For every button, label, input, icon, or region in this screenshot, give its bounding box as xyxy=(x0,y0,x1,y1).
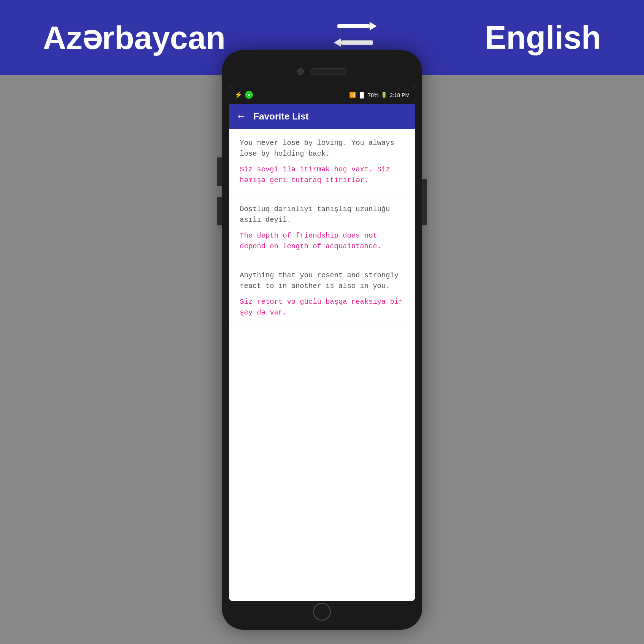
list-item[interactable]: Dostluq dərinliyi tanışlıq uzunluğu asıl… xyxy=(229,195,415,261)
svg-rect-2 xyxy=(341,40,373,45)
language-right[interactable]: English xyxy=(485,19,601,56)
item-translated-text: Siz retort və güclü başqa reaksiya bir ş… xyxy=(240,297,404,318)
app-bar: ← Favorite List xyxy=(229,104,415,129)
item-original-text: Dostluq dərinliyi tanışlıq uzunluğu asıl… xyxy=(240,204,404,225)
status-right-info: 📶 ▐▌ 78% 🔋 2:18 PM xyxy=(349,92,410,98)
signal-icon: ▐▌ xyxy=(358,92,366,98)
item-translated-text: Siz sevgi ilə itirmək heç vaxt. Siz həmi… xyxy=(240,164,404,186)
svg-rect-0 xyxy=(337,24,370,28)
front-camera xyxy=(297,68,304,75)
list-item[interactable]: You never lose by loving. You always los… xyxy=(229,129,415,195)
battery-percentage: 78% xyxy=(368,92,379,98)
volume-down-button[interactable] xyxy=(217,197,222,225)
item-original-text: Anything that you resent and strongly re… xyxy=(240,270,404,292)
power-button[interactable] xyxy=(422,179,427,225)
phone-screen: ⚡ ● 📶 ▐▌ 78% 🔋 2:18 PM ← Favorite List xyxy=(229,86,415,601)
back-button[interactable]: ← xyxy=(236,111,246,122)
item-translated-text: The depth of friendship does not depend … xyxy=(240,230,404,252)
earpiece-speaker xyxy=(311,68,347,75)
phone-bottom xyxy=(229,601,415,623)
notification-icon: ● xyxy=(245,91,253,99)
volume-up-button[interactable] xyxy=(217,157,222,186)
status-bar: ⚡ ● 📶 ▐▌ 78% 🔋 2:18 PM xyxy=(229,86,415,104)
svg-marker-1 xyxy=(370,22,377,30)
list-item[interactable]: Anything that you resent and strongly re… xyxy=(229,261,415,327)
wifi-icon: 📶 xyxy=(349,92,356,98)
clock: 2:18 PM xyxy=(390,92,410,98)
item-original-text: You never lose by loving. You always los… xyxy=(240,138,404,159)
screen-title: Favorite List xyxy=(253,111,309,122)
status-left-icons: ⚡ ● xyxy=(234,91,253,99)
language-left[interactable]: Azərbaycan xyxy=(43,19,225,57)
phone-device: ⚡ ● 📶 ▐▌ 78% 🔋 2:18 PM ← Favorite List xyxy=(222,50,422,630)
battery-icon: 🔋 xyxy=(381,92,387,98)
home-button[interactable] xyxy=(313,603,331,621)
phone-outer-shell: ⚡ ● 📶 ▐▌ 78% 🔋 2:18 PM ← Favorite List xyxy=(222,50,422,630)
favorites-list: You never lose by loving. You always los… xyxy=(229,129,415,601)
usb-icon: ⚡ xyxy=(234,91,242,99)
phone-top-bar xyxy=(229,57,415,86)
svg-marker-3 xyxy=(334,38,341,47)
